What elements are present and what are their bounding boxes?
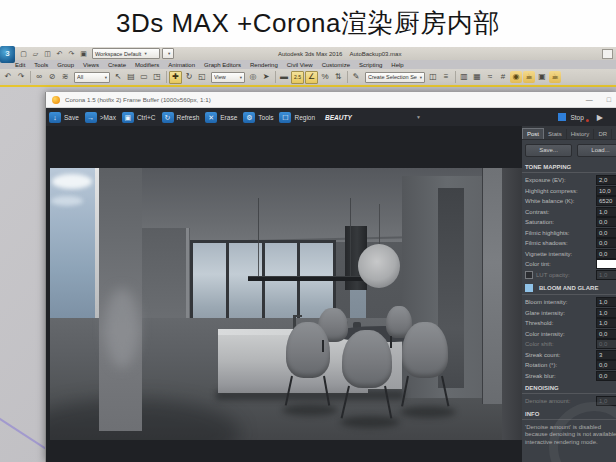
spinner-snap-icon[interactable]: ⇅ [332, 71, 344, 83]
select-object-icon[interactable]: ↖ [112, 71, 124, 83]
stop-icon[interactable] [558, 113, 566, 121]
erase-button[interactable]: ✕Erase [205, 112, 237, 123]
material-editor-icon[interactable]: ◉ [510, 71, 522, 83]
undo-icon[interactable]: ↶ [2, 71, 14, 83]
bind-spacewarp-icon[interactable]: ≋ [59, 71, 71, 83]
menu-rendering[interactable]: Rendering [250, 62, 278, 68]
pendant-wire [379, 204, 380, 246]
maximize-button[interactable]: □ [607, 92, 611, 108]
tab-stats[interactable]: Stats [544, 129, 567, 139]
percent-snap-icon[interactable]: % [319, 71, 331, 83]
selection-filter-dropdown[interactable]: All▾ [74, 72, 110, 83]
unlink-icon[interactable]: ⊘ [46, 71, 58, 83]
reference-coordinate-dropdown[interactable]: View▾ [211, 72, 245, 83]
setting-checkbox[interactable] [525, 271, 533, 279]
setting-value[interactable]: 6520 [596, 196, 616, 206]
schematic-view-icon[interactable]: # [497, 71, 509, 83]
new-file-icon[interactable]: ▢ [18, 48, 29, 59]
save-button[interactable]: ↓Save [49, 112, 79, 123]
select-manipulate-icon[interactable]: ➤ [260, 71, 272, 83]
render-setup-icon[interactable]: ☕ [523, 71, 535, 83]
titlebar-right-button[interactable] [602, 49, 613, 59]
select-by-name-icon[interactable]: ▤ [125, 71, 137, 83]
setting-value[interactable]: 0,0 [596, 329, 616, 339]
tab-dr[interactable]: DR [594, 129, 612, 139]
undo-icon[interactable]: ↶ [54, 48, 65, 59]
max-logo-icon[interactable]: 3 [0, 46, 15, 63]
vfb-titlebar[interactable]: Corona 1.5 (hotfix 2) Frame Buffer (1000… [46, 92, 616, 108]
section-checkbox[interactable] [525, 284, 533, 292]
setting-value[interactable]: 1,0 [596, 308, 616, 318]
refresh-button[interactable]: ↻Refresh [162, 112, 200, 123]
mirror-icon[interactable]: ◫ [427, 71, 439, 83]
linear-pendant-lamp [248, 276, 366, 281]
menu-civil-view[interactable]: Civil View [287, 62, 313, 68]
curve-editor-icon[interactable]: ≈ [484, 71, 496, 83]
menu-help[interactable]: Help [391, 62, 403, 68]
menu-customize[interactable]: Customize [322, 62, 350, 68]
menu-group[interactable]: Group [57, 62, 74, 68]
layer-manager-icon[interactable]: ▥ [458, 71, 470, 83]
setting-value[interactable]: 1,0 [596, 318, 616, 328]
menu-edit[interactable]: Edit [15, 62, 25, 68]
workspace-dropdown[interactable]: Workspace Default ▾ [92, 48, 160, 59]
ribbon-icon[interactable]: ▦ [471, 71, 483, 83]
menu-modifiers[interactable]: Modifiers [135, 62, 159, 68]
copy-button[interactable]: ▣Ctrl+C [122, 112, 156, 123]
render-canvas[interactable] [46, 126, 522, 462]
window-crossing-icon[interactable]: ◳ [151, 71, 163, 83]
render-production-icon[interactable]: ☕ [549, 71, 561, 83]
setting-value[interactable]: 0,0 [596, 249, 616, 259]
play-icon[interactable]: ▶ [597, 113, 603, 122]
open-file-icon[interactable]: ▱ [30, 48, 41, 59]
move-icon[interactable]: ✚ [169, 71, 182, 84]
tab-history[interactable]: History [567, 129, 595, 139]
selection-set-dropdown[interactable]: Create Selection Se▾ [365, 72, 425, 83]
setting-value[interactable]: 0,0 [596, 217, 616, 227]
redo-icon[interactable]: ↷ [15, 71, 27, 83]
setting-value[interactable]: 2,0 [596, 175, 616, 185]
setting-value[interactable]: 1,0 [596, 207, 616, 217]
angle-snap-icon[interactable]: ∠ [305, 71, 318, 84]
align-icon[interactable]: ≡ [440, 71, 452, 83]
redo-icon[interactable]: ↷ [66, 48, 77, 59]
load-preset-button[interactable]: Load... [577, 144, 616, 157]
rotate-icon[interactable]: ↻ [183, 71, 195, 83]
to-max-button[interactable]: →>Max [85, 112, 116, 123]
named-sets-icon[interactable]: ✎ [350, 71, 362, 83]
menu-views[interactable]: Views [83, 62, 99, 68]
chevron-down-icon: ▾ [168, 51, 170, 56]
menu-tools[interactable]: Tools [34, 62, 48, 68]
minimize-button[interactable]: — [586, 92, 593, 108]
region-button[interactable]: ☐Region [279, 112, 315, 123]
setting-value[interactable]: 0,0 [596, 228, 616, 238]
pivot-center-icon[interactable]: ◎ [247, 71, 259, 83]
save-file-icon[interactable]: ◫ [42, 48, 53, 59]
setting-value[interactable]: 1,0 [596, 297, 616, 307]
setting-value[interactable]: 10,0 [596, 186, 616, 196]
setting-value[interactable]: 0,0 [596, 238, 616, 248]
workspace-extra-dropdown[interactable]: ▾ [162, 48, 174, 59]
setting-value[interactable]: 3 [596, 350, 616, 360]
menu-create[interactable]: Create [108, 62, 126, 68]
selection-region-icon[interactable]: ▭ [138, 71, 150, 83]
snap-toggle-icon[interactable]: 2.5 [291, 71, 304, 84]
setting-label: Glare intensity: [525, 310, 596, 316]
save-preset-button[interactable]: Save... [525, 144, 572, 157]
channel-dropdown[interactable]: BEAUTY ▼ [325, 111, 421, 123]
tab-post[interactable]: Post [522, 128, 544, 139]
menu-animation[interactable]: Animation [168, 62, 195, 68]
project-folder-icon[interactable]: ▣ [78, 48, 89, 59]
setting-value[interactable]: 0,0 [596, 360, 616, 370]
vfb-title-text: Corona 1.5 (hotfix 2) Frame Buffer (1000… [65, 96, 572, 103]
tab-lightmix[interactable]: LightMix [612, 129, 616, 139]
scale-icon[interactable]: ◱ [196, 71, 208, 83]
keyboard-override-icon[interactable]: ▬ [278, 71, 290, 83]
menu-scripting[interactable]: Scripting [359, 62, 382, 68]
select-link-icon[interactable]: ∞ [33, 71, 45, 83]
color-swatch[interactable] [596, 259, 616, 269]
setting-value[interactable]: 0,0 [596, 371, 616, 381]
render-frame-icon[interactable]: ▣ [536, 71, 548, 83]
menu-graph-editors[interactable]: Graph Editors [204, 62, 241, 68]
tools-button[interactable]: ⚙Tools [243, 112, 273, 123]
